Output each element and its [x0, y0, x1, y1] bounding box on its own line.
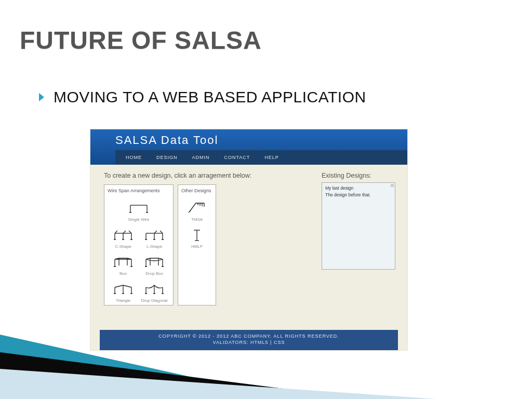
create-prompt: To create a new design, click an arragem…	[104, 172, 265, 179]
arr-label: Single Wire	[128, 217, 150, 222]
arr-triangle[interactable]: Triangle	[108, 276, 139, 303]
footer-validators: VALIDATORS: HTML5 | CSS	[100, 339, 398, 346]
nav-contact[interactable]: CONTACT	[224, 155, 250, 160]
arr-drop-diagonal[interactable]: Drop Diagonal	[139, 276, 170, 303]
arr-tmsa[interactable]: TMSA	[181, 195, 212, 222]
list-item[interactable]: The design before that.	[325, 192, 392, 198]
arr-label: Triangle	[116, 298, 131, 303]
footer-copyright: COPYRIGHT © 2012 - 2012 ABC COMPANY. ALL…	[100, 333, 398, 340]
arr-label: HMLP	[191, 244, 203, 249]
panel-other-designs: Other Designs TMSA HMLP	[178, 184, 216, 305]
arr-label: L-Shape	[147, 244, 162, 249]
nav-help[interactable]: HELP	[264, 155, 279, 160]
arr-label: TMSA	[191, 217, 203, 222]
mock-footer: COPYRIGHT © 2012 - 2012 ABC COMPANY. ALL…	[100, 330, 398, 350]
nav-design[interactable]: DESIGN	[156, 155, 178, 160]
panel-wire-span: Wire Span Arrangements Single Wire C-Sha…	[104, 184, 174, 305]
svg-marker-1	[0, 352, 364, 399]
arr-label: Box	[119, 271, 127, 276]
panel-wire-title: Wire Span Arrangements	[108, 188, 170, 194]
arr-box[interactable]: Box	[108, 249, 139, 276]
mock-nav: HOME DESIGN ADMIN CONTACT HELP	[115, 150, 407, 165]
salsa-mockup: SALSA Data Tool HOME DESIGN ADMIN CONTAC…	[90, 129, 408, 351]
mock-header: SALSA Data Tool HOME DESIGN ADMIN CONTAC…	[90, 129, 407, 165]
nav-admin[interactable]: ADMIN	[192, 155, 210, 160]
slide-title: FUTURE OF SALSA	[20, 26, 262, 55]
arr-single-wire[interactable]: Single Wire	[108, 195, 170, 222]
arr-label: Drop Diagonal	[141, 298, 167, 303]
nav-home[interactable]: HOME	[126, 155, 142, 160]
arr-l-shape[interactable]: L-Shape	[139, 222, 170, 249]
arr-label: Drop Box	[145, 271, 163, 276]
arr-hmlp[interactable]: HMLP	[181, 222, 212, 249]
arr-c-shape[interactable]: C-Shape	[108, 222, 139, 249]
svg-marker-2	[0, 369, 436, 399]
list-item[interactable]: My last design	[325, 185, 392, 192]
existing-title: Existing Designs:	[322, 172, 397, 179]
bullet-row: MOVING TO A WEB BASED APPLICATION	[39, 88, 366, 106]
arr-drop-box[interactable]: Drop Box	[139, 249, 170, 276]
mock-app-title: SALSA Data Tool	[115, 134, 407, 150]
arr-label: C-Shape	[115, 244, 131, 249]
existing-designs-list[interactable]: My last design The design before that.	[322, 182, 395, 270]
bullet-text: MOVING TO A WEB BASED APPLICATION	[54, 88, 366, 106]
panel-other-title: Other Designs	[181, 188, 212, 194]
bullet-arrow-icon	[39, 93, 44, 101]
